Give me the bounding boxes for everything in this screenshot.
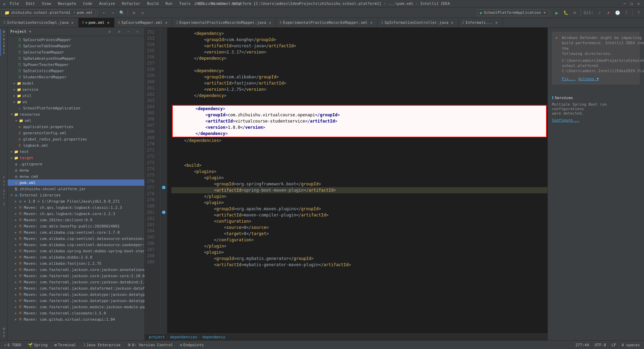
minimize-button[interactable]: ─: [622, 1, 627, 7]
tab-experimental-mapper-java[interactable]: J ExperimentalPracticeRecordsMapper.java…: [172, 18, 276, 28]
status-endpoints[interactable]: ⊙ Endpoints: [179, 342, 205, 348]
tree-item-logback-classic[interactable]: ▶ M Maven: ch.qos.logback:logback-classi…: [8, 204, 144, 211]
hide-button[interactable]: ✕: [133, 28, 142, 36]
tab-experimental-mapper-xml[interactable]: X ExperimentalPracticeRecordsMapper.xml …: [276, 18, 378, 28]
tab-close-5-button[interactable]: ✕: [450, 20, 455, 25]
menu-code[interactable]: Code: [82, 1, 94, 7]
tree-item-sentinel-core[interactable]: ▶ M Maven: com.alibaba.csp:sentinel-core…: [8, 229, 144, 235]
tree-item-fastjson[interactable]: ▶ M Maven: com.alibaba:fastjson:1.2.75: [8, 260, 144, 266]
tree-item-application-props[interactable]: ⚙ application.properties: [8, 124, 144, 130]
status-indent[interactable]: 4 spaces: [620, 342, 641, 348]
tab-close-button[interactable]: ✕: [70, 20, 75, 25]
menu-edit[interactable]: Edit: [24, 1, 37, 7]
tree-item-curvesapi[interactable]: ▶ M Maven: com.github.virtual:curvesapi:…: [8, 316, 144, 322]
breadcrumb-dependencies[interactable]: dependencies: [170, 335, 197, 339]
menu-file[interactable]: File: [8, 1, 20, 7]
menu-view[interactable]: View: [40, 1, 52, 7]
settings-button[interactable]: ⚙: [130, 9, 138, 17]
tree-item-classmate[interactable]: ▶ M Maven: com.fasterxml.classmate:1.5.0: [8, 310, 144, 316]
menu-build[interactable]: Build: [146, 1, 160, 7]
tree-item-sp-statistics[interactable]: 🗒 SpStatisticsMapper: [8, 68, 144, 74]
tree-item-xml[interactable]: ▶ 📁 xml: [8, 117, 144, 124]
tree-item-generator-config[interactable]: X generatorConfig.xml: [8, 130, 144, 136]
tree-item-zkclient[interactable]: ▶ M Maven: com.101tec:zkclient:0.9: [8, 217, 144, 223]
menu-run[interactable]: Run: [164, 1, 174, 7]
tree-item-sentinel-ds[interactable]: ▶ M Maven: com.alibaba.csp:sentinel-data…: [8, 235, 144, 242]
tree-item-sp-data-analyze[interactable]: 🗒 SpDataAnalyzeShowMapper: [8, 55, 144, 61]
status-version-control[interactable]: ⑧ 8: Version Control: [126, 342, 174, 348]
tree-item-mvnw[interactable]: ▤ mvnw: [8, 167, 144, 173]
tree-item-pom-xml[interactable]: ⊞ pom.xml: [8, 180, 144, 186]
status-line-sep[interactable]: LF: [610, 342, 617, 348]
tree-item-global-redis[interactable]: ⚙ global_redis_pool.properties: [8, 136, 144, 142]
menu-tools[interactable]: Tools: [178, 1, 192, 7]
breadcrumb-project[interactable]: project: [149, 335, 165, 339]
git-push-button[interactable]: ⤴: [622, 9, 631, 17]
tree-item-jackson-databind[interactable]: ▶ M Maven: com.fasterxml.jackson.core:ja…: [8, 279, 144, 285]
git-history-button[interactable]: 🕐: [613, 9, 622, 17]
tree-item-resources[interactable]: ▼ 📁 resources: [8, 111, 144, 117]
menu-analyze[interactable]: Analyze: [98, 1, 116, 7]
tree-item-jackson-jsr310[interactable]: ▶ M Maven: com.fasterxml.jackson.datatyp…: [8, 298, 144, 304]
vtab-favorites[interactable]: Fav: [0, 175, 7, 188]
vtab-2favorites[interactable]: 2: [0, 201, 7, 207]
tree-item-logback-core[interactable]: ▶ M Maven: ch.qos.logback:logback-core:1…: [8, 211, 144, 217]
tree-item-sp-course-team[interactable]: 🗒 SpCourseTeamMapper: [8, 49, 144, 55]
tree-item-util[interactable]: ▶ 📁 util: [8, 93, 144, 99]
status-encoding[interactable]: UTF-8: [593, 342, 607, 348]
menu-refactor[interactable]: Refactor: [121, 1, 142, 7]
tree-item-service[interactable]: ▶ 📁 service: [8, 86, 144, 93]
tree-item-external-libs[interactable]: ▼ ⊞ External Libraries: [8, 192, 144, 198]
maximize-button[interactable]: □: [629, 1, 634, 7]
actions-dropdown[interactable]: Actions ▼: [578, 77, 599, 81]
tree-item-student-record[interactable]: 🗒 StudentRecordMapper: [8, 74, 144, 80]
tree-item-gitignore[interactable]: ◉ .gitignore: [8, 161, 144, 167]
tree-item-jackson-ann[interactable]: ▶ M Maven: com.fasterxml.jackson.core:ja…: [8, 266, 144, 273]
vtab-structure[interactable]: Str: [0, 188, 7, 201]
tree-item-baseftp[interactable]: ▶ M Maven: com.able:baseftp-public:20200…: [8, 223, 144, 229]
vtab-project[interactable]: Project: [0, 29, 7, 56]
tree-item-school-platform-app[interactable]: ☕ SchoolPlatformApplication: [8, 105, 144, 111]
tab-close-4-button[interactable]: ✕: [369, 20, 374, 25]
tree-item-dubbo[interactable]: ▶ M Maven: com.alibaba:dubbo:2.6.0: [8, 254, 144, 260]
code-editor[interactable]: <dependency> <groupId>com.konghq</groupI…: [167, 28, 547, 333]
tree-item-target[interactable]: ▶ 📁 target: [8, 155, 144, 161]
tab-information-service[interactable]: J InformationServiceImpl.java ✕: [0, 18, 79, 28]
tree-item-test[interactable]: ▶ 📁 test: [8, 148, 144, 155]
tree-item-logback[interactable]: X logback.xml: [8, 142, 144, 148]
collapse-button[interactable]: ≡: [115, 28, 123, 36]
tree-item-model[interactable]: ▶ 📁 model: [8, 80, 144, 86]
tree-item-jackson-module[interactable]: ▶ M Maven: com.fasterxml.jackson.module:…: [8, 304, 144, 310]
git-x-button[interactable]: ✗: [604, 9, 613, 17]
tree-item-mvnw-cmd[interactable]: ▤ mvnw.cmd: [8, 173, 144, 180]
find-button[interactable]: 🔍: [118, 9, 126, 17]
status-todo[interactable]: ✓ 6 TODO: [3, 342, 22, 348]
status-position[interactable]: 277:44: [574, 342, 591, 348]
status-terminal[interactable]: ⊞ Terminal: [53, 342, 78, 348]
tree-item-jackson-yaml[interactable]: ▶ M Maven: com.fasterxml.jackson.datafor…: [8, 285, 144, 291]
project-selector[interactable]: 📁 zhihuishu-school-platform1 ‣ pom.xml: [1, 9, 96, 16]
refresh-button[interactable]: ↻: [139, 9, 147, 17]
tree-item-sp-course-process[interactable]: 🗒 SpCourseProcessMapper: [8, 37, 144, 43]
back-button[interactable]: ←: [100, 9, 108, 17]
tab-close-6-button[interactable]: ✕: [494, 20, 499, 25]
tree-item-jdk[interactable]: ▶ ⊡ < 1.8 > C:\Program Files\Java\jdk1.8…: [8, 198, 144, 204]
run-button[interactable]: ▶: [553, 9, 561, 17]
tree-item-sp-power-teacher[interactable]: 🗒 SpPowerTeacherMapper: [8, 61, 144, 68]
tab-spinformation-controller[interactable]: J SpInformationController.java ✕: [378, 18, 458, 28]
tab-spcourse-mapper[interactable]: X SpCourseMapper.xml ✕: [114, 18, 172, 28]
tree-item-jackson-core[interactable]: ▶ M Maven: com.fasterxml.jackson.core:ja…: [8, 273, 144, 279]
fix-link[interactable]: Fix...: [562, 77, 576, 81]
vtab-web[interactable]: Web: [0, 326, 7, 339]
forward-button[interactable]: →: [109, 9, 117, 17]
tree-item-dubbo-boot[interactable]: ▶ M Maven: com.alibaba.spring.boot:dubbo…: [8, 248, 144, 254]
configure-link[interactable]: Configure...: [552, 118, 579, 123]
tree-item-jackson-jdk8[interactable]: ▶ M Maven: com.fasterxml.jackson.datatyp…: [8, 291, 144, 298]
coverage-button[interactable]: ⊡: [571, 9, 579, 17]
run-configuration[interactable]: ▶ SchoolPlatformApplication ▼: [477, 9, 549, 16]
status-java-enterprise[interactable]: J Java Enterprise: [82, 342, 122, 348]
tree-item-jar[interactable]: 🗜 zhihuishu-shcool-platform.jar: [8, 186, 144, 192]
tab-pom-xml[interactable]: X ● pom.xml ✕: [79, 18, 114, 28]
menu-navigate[interactable]: Navigate: [57, 1, 78, 7]
tree-item-sp-course-tab[interactable]: 🗒 SpCourseTabShowMapper: [8, 43, 144, 49]
